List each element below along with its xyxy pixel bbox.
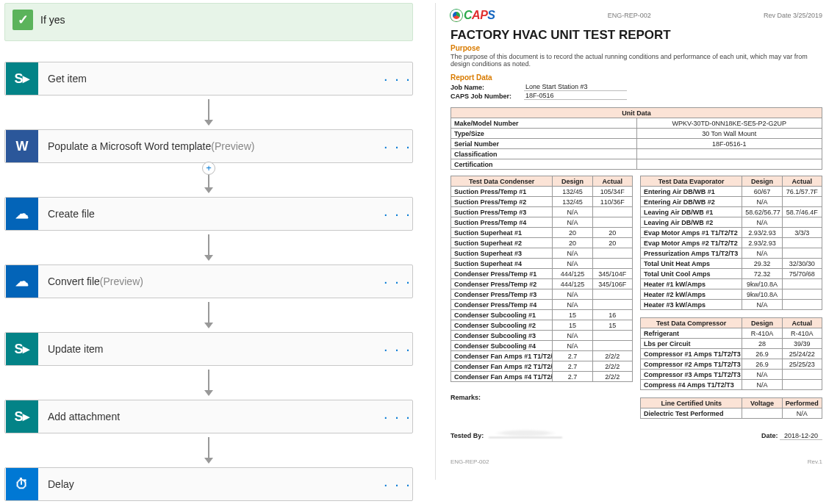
row-value: 20 [592,228,632,238]
col-performed: Performed [782,398,822,408]
compressor-table: Test Data Compressor Design Actual Refri… [640,317,822,390]
flow-arrow[interactable] [4,433,413,467]
row-label: Classification [451,149,637,159]
table-row: Condenser Subcooling #4N/A [451,341,633,351]
table-row: Compressor #3 Amps T1/T2/T3N/A [641,370,822,380]
if-condition-card[interactable]: ✓ If yes [4,3,413,41]
row-value: 2.93/2.93 [742,238,782,248]
row-label: Serial Number [451,139,637,149]
row-label: Condenser Press/Temp #1 [451,269,553,279]
row-value: 132/45 [553,187,592,197]
row-label: Make/Model Number [451,118,637,129]
row-label: Condenser Subcooling #3 [451,331,553,341]
col-design: Design [553,176,592,187]
row-value: N/A [553,217,592,228]
row-label: Compress #4 Amps T1/T2/T3 [641,380,742,390]
logo-mark-icon [450,10,462,21]
row-value [782,248,822,259]
table-row: RefrigerantR-410AR-410A [641,328,822,339]
row-label: Condenser Fan Amps #4 T1/T2/T5 [451,372,553,382]
row-value: N/A [553,331,592,341]
row-value: N/A [742,248,782,259]
flow-arrow[interactable] [4,96,413,129]
row-label: Suction Superheat #2 [451,238,553,248]
row-label: Pressurization Amps T1/T2/T3 [641,248,742,259]
row-value: 9kw/10.8A [742,279,782,289]
row-value: 16 [592,310,632,320]
flow-step[interactable]: ☁Create file· · · [4,197,413,231]
row-value: N/A [782,408,822,419]
table-row: Suction Press/Temp #3N/A [451,207,633,217]
row-value: 2/2/2 [592,372,632,382]
row-value: N/A [553,207,592,217]
step-app-icon: ⏱ [6,468,38,500]
add-step-icon[interactable]: + [202,162,215,175]
row-value [636,149,822,159]
step-menu-button[interactable]: · · · [383,71,412,87]
row-label: Total Unit Heat Amps [641,259,742,269]
flow-step[interactable]: ⏱Delay· · · [4,467,413,501]
row-value [782,380,822,390]
row-value: 15 [553,310,592,320]
condenser-header: Test Data Condenser [451,176,553,187]
flow-step[interactable]: WPopulate a Microsoft Word template(Prev… [4,129,413,163]
table-row: Suction Superheat #22020 [451,238,633,248]
row-value [592,331,632,341]
step-menu-button[interactable]: · · · [383,408,412,425]
table-row: Condenser Fan Amps #2 T1/T2/T32.72/2/2 [451,361,633,372]
row-value: N/A [742,217,782,228]
table-row: Suction Superheat #3N/A [451,248,633,259]
step-app-icon: S▸ [6,62,38,95]
flow-designer: ✓ If yes S▸Get item· · ·WPopulate a Micr… [3,3,414,504]
table-row: Condenser Press/Temp #1444/125345/104F [451,269,633,279]
flow-step[interactable]: S▸Add attachment· · · [4,400,413,433]
row-value [782,197,822,207]
doc-footer-id: ENG-REP-002 [450,458,489,465]
flow-step[interactable]: S▸Get item· · · [4,62,413,96]
table-row: Suction Superheat #12020 [451,228,633,238]
date-value: 2018-12-20 [780,432,822,440]
row-value: 76.1/57.7F [782,187,822,197]
row-value [742,408,782,419]
row-value: 39/39 [782,339,822,349]
step-menu-button[interactable]: · · · [383,273,412,290]
table-row: Total Unit Cool Amps72.3275/70/68 [641,269,822,279]
flow-step[interactable]: S▸Update item· · · [4,332,413,366]
row-label: Condenser Fan Amps #2 T1/T2/T3 [451,361,553,372]
step-app-icon: S▸ [6,333,38,365]
row-value: 32/30/30 [782,259,822,269]
job-number-label: CAPS Job Number: [450,93,514,100]
compressor-header: Test Data Compressor [641,318,742,328]
table-row: Pressurization Amps T1/T2/T3N/A [641,248,822,259]
step-menu-button[interactable]: · · · [383,341,412,358]
flow-arrow[interactable] [4,298,413,332]
flow-arrow[interactable] [4,231,413,264]
row-value: N/A [742,300,782,310]
row-label: Heater #3 kW/Amps [641,300,742,310]
row-value [782,370,822,380]
unit-data-table: Unit Data Make/Model NumberWPKV-30TD-0NN… [450,107,822,170]
row-value: 345/106F [592,279,632,289]
flow-arrow[interactable] [4,366,413,400]
flow-arrow[interactable]: + [4,163,413,197]
job-name-value: Lone Start Station #3 [524,83,627,91]
col-actual: Actual [592,176,632,187]
flow-step[interactable]: ☁Convert file(Preview)· · · [4,264,413,298]
row-value: 75/70/68 [782,269,822,279]
table-row: Leaving Air DB/WB #2N/A [641,217,822,228]
step-menu-button[interactable]: · · · [383,138,412,155]
flow-arrow[interactable] [4,501,413,504]
step-label: Populate a Microsoft Word template(Previ… [39,140,383,152]
step-menu-button[interactable]: · · · [383,206,412,223]
row-label: Condenser Subcooling #4 [451,341,553,351]
row-value [782,300,822,310]
row-label: Total Unit Cool Amps [641,269,742,279]
row-value: 110/36F [592,197,632,207]
doc-header-rev: Rev Date 3/25/2019 [764,12,822,19]
row-value: 26.9 [742,349,782,359]
row-value: 18F-0516-1 [636,139,822,149]
step-menu-button[interactable]: · · · [383,476,412,493]
row-value [636,159,822,170]
row-label: Certification [451,159,637,170]
row-value: N/A [553,341,592,351]
